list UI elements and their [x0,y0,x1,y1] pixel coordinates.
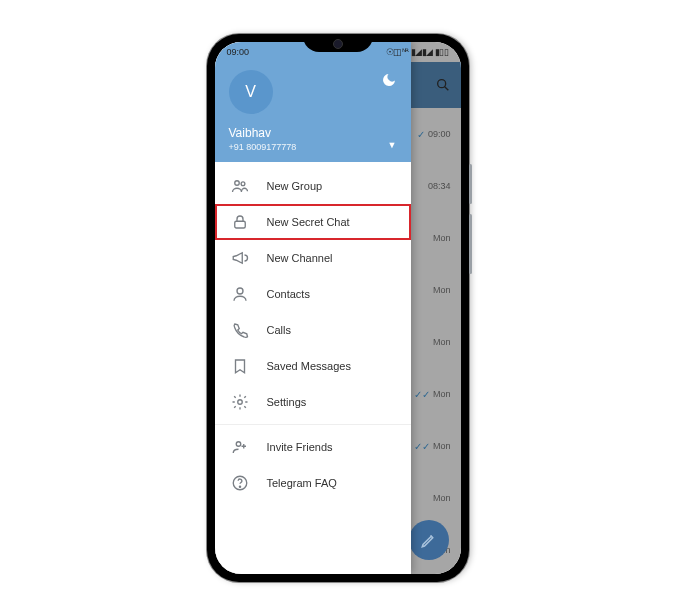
svg-point-5 [237,288,243,294]
menu-new-secret-chat[interactable]: New Secret Chat [215,204,411,240]
compose-fab[interactable] [409,520,449,560]
menu-label: Invite Friends [267,441,333,453]
svg-point-3 [241,182,245,186]
avatar-initial: V [245,83,256,101]
avatar[interactable]: V [229,70,273,114]
menu-label: Settings [267,396,307,408]
megaphone-icon [231,249,249,267]
bookmark-icon [231,357,249,375]
invite-icon [231,438,249,456]
gear-icon [231,393,249,411]
svg-point-9 [239,486,240,487]
drawer-username: Vaibhav [229,126,397,140]
menu-label: Contacts [267,288,310,300]
menu-label: New Secret Chat [267,216,350,228]
chevron-down-icon[interactable]: ▼ [388,140,397,150]
help-icon [231,474,249,492]
phone-icon [231,321,249,339]
person-icon [231,285,249,303]
night-mode-icon[interactable] [381,72,397,88]
menu-new-group[interactable]: New Group [215,168,411,204]
svg-point-2 [234,181,239,186]
menu-label: Calls [267,324,291,336]
menu-new-channel[interactable]: New Channel [215,240,411,276]
menu-divider [215,424,411,425]
menu-label: New Group [267,180,323,192]
menu-label: Saved Messages [267,360,351,372]
drawer-menu: New Group New Secret Chat New Channel [215,162,411,574]
svg-point-7 [236,442,241,447]
group-icon [231,177,249,195]
status-indicators: ☉◫ᴺᴿ ▮◢▮◢ ▮▯▯ [386,47,449,57]
phone-notch [303,34,373,52]
menu-saved-messages[interactable]: Saved Messages [215,348,411,384]
navigation-drawer: V Vaibhav +91 8009177778 ▼ New Group [215,42,411,574]
side-button [469,214,472,274]
svg-point-6 [237,400,242,405]
svg-rect-4 [234,221,245,228]
side-button [469,164,472,204]
menu-contacts[interactable]: Contacts [215,276,411,312]
screen: ✓09:00 08:34 Mon t chat.Mon t chat.Mon ✓… [215,42,461,574]
status-time: 09:00 [227,47,250,57]
menu-telegram-faq[interactable]: Telegram FAQ [215,465,411,501]
menu-calls[interactable]: Calls [215,312,411,348]
phone-frame: ✓09:00 08:34 Mon t chat.Mon t chat.Mon ✓… [207,34,469,582]
lock-icon [231,213,249,231]
menu-label: New Channel [267,252,333,264]
drawer-phone: +91 8009177778 [229,142,397,152]
menu-label: Telegram FAQ [267,477,337,489]
menu-invite-friends[interactable]: Invite Friends [215,429,411,465]
menu-settings[interactable]: Settings [215,384,411,420]
